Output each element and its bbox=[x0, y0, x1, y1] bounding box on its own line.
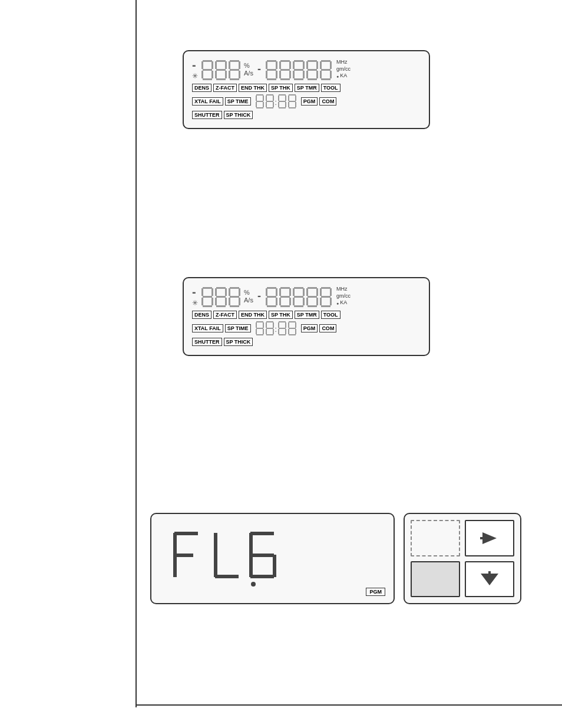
svg-rect-41 bbox=[294, 78, 303, 80]
label-row1-2: DENS Z-FACT END THK SP THK SP TMR TOOL bbox=[192, 311, 421, 319]
dens-btn-1[interactable]: DENS bbox=[192, 84, 211, 92]
digit-r2-5 bbox=[319, 286, 332, 307]
btn-top-right[interactable] bbox=[465, 520, 514, 556]
svg-rect-87 bbox=[203, 296, 212, 298]
star-prefix-2: ✳ bbox=[192, 299, 198, 307]
svg-rect-66 bbox=[266, 101, 273, 102]
zfact-btn-2[interactable]: Z-FACT bbox=[213, 311, 237, 319]
svg-rect-67 bbox=[266, 102, 267, 107]
shutter-btn-2[interactable]: SHUTTER bbox=[192, 338, 222, 346]
xtalfail-btn-1[interactable]: XTAL FAIL bbox=[192, 97, 223, 106]
svg-rect-104 bbox=[230, 305, 239, 307]
svg-rect-27 bbox=[267, 78, 276, 80]
svg-rect-105 bbox=[267, 287, 276, 289]
zfact-btn-1[interactable]: Z-FACT bbox=[213, 84, 237, 92]
fl6-char-f bbox=[171, 530, 210, 583]
spthick-btn-1[interactable]: SP THICK bbox=[224, 111, 253, 119]
svg-rect-113 bbox=[279, 288, 281, 296]
mini-digit-2-1 bbox=[255, 321, 265, 336]
svg-rect-149 bbox=[273, 322, 274, 328]
mini-digit-2-2 bbox=[265, 321, 275, 336]
svg-rect-111 bbox=[267, 305, 276, 307]
btn-top-left[interactable] bbox=[411, 520, 460, 556]
svg-rect-74 bbox=[278, 102, 279, 107]
svg-rect-150 bbox=[266, 328, 273, 329]
xtalfail-btn-2[interactable]: XTAL FAIL bbox=[192, 324, 223, 332]
svg-rect-61 bbox=[263, 102, 264, 107]
fl6-char-l bbox=[212, 530, 244, 583]
com-btn-2[interactable]: COM bbox=[319, 324, 336, 332]
btn-bottom-right[interactable] bbox=[465, 561, 514, 598]
svg-rect-95 bbox=[215, 298, 217, 305]
svg-rect-55 bbox=[321, 78, 330, 80]
svg-rect-63 bbox=[266, 94, 273, 95]
svg-rect-167 bbox=[289, 334, 296, 335]
star-prefix-1: ✳ bbox=[192, 72, 198, 80]
endthk-btn-2[interactable]: END THK bbox=[239, 311, 267, 319]
svg-rect-175 bbox=[250, 532, 274, 535]
svg-rect-71 bbox=[278, 95, 279, 101]
svg-rect-165 bbox=[288, 329, 289, 334]
spthick-btn-2[interactable]: SP THICK bbox=[224, 338, 253, 346]
svg-rect-19 bbox=[239, 71, 240, 78]
svg-rect-29 bbox=[279, 61, 281, 69]
right-digits-2 bbox=[265, 286, 332, 307]
pgm-btn-2[interactable]: PGM bbox=[301, 324, 318, 332]
svg-rect-183 bbox=[480, 537, 485, 539]
svg-rect-169 bbox=[173, 533, 177, 555]
dens-btn-2[interactable]: DENS bbox=[192, 311, 211, 319]
svg-rect-110 bbox=[276, 298, 277, 305]
svg-rect-77 bbox=[289, 94, 296, 95]
svg-rect-48 bbox=[308, 78, 317, 80]
svg-rect-15 bbox=[229, 61, 230, 69]
svg-rect-0 bbox=[203, 60, 212, 62]
svg-rect-123 bbox=[293, 298, 295, 305]
svg-rect-89 bbox=[211, 298, 213, 305]
svg-rect-114 bbox=[289, 288, 291, 296]
spthk-btn-2[interactable]: SP THK bbox=[269, 311, 293, 319]
sptime-btn-1[interactable]: SP TIME bbox=[225, 97, 251, 106]
svg-rect-168 bbox=[174, 532, 198, 535]
mini-digits-1: : bbox=[255, 94, 297, 109]
pgm-badge-panel3[interactable]: PGM bbox=[366, 588, 385, 596]
svg-rect-88 bbox=[201, 298, 203, 305]
svg-rect-145 bbox=[263, 329, 264, 334]
sptmr-btn-2[interactable]: SP TMR bbox=[295, 311, 319, 319]
dash2-1: - bbox=[257, 63, 261, 75]
digit-2-3 bbox=[228, 286, 241, 307]
digit-r1-1 bbox=[265, 59, 278, 80]
svg-rect-98 bbox=[230, 287, 239, 289]
svg-rect-21 bbox=[267, 60, 276, 62]
shutter-btn-1[interactable]: SHUTTER bbox=[192, 111, 222, 119]
com-btn-1[interactable]: COM bbox=[319, 97, 336, 106]
svg-rect-154 bbox=[279, 321, 286, 322]
svg-rect-11 bbox=[215, 71, 217, 78]
tool-btn-1[interactable]: TOOL bbox=[321, 84, 340, 92]
svg-rect-158 bbox=[278, 329, 279, 334]
svg-rect-146 bbox=[256, 334, 263, 335]
btn-bottom-left[interactable] bbox=[411, 561, 460, 598]
sptmr-btn-1[interactable]: SP TMR bbox=[295, 84, 319, 92]
svg-rect-1 bbox=[201, 61, 203, 69]
pgm-btn-1[interactable]: PGM bbox=[301, 97, 318, 106]
svg-rect-97 bbox=[216, 305, 226, 307]
svg-rect-171 bbox=[173, 555, 177, 577]
svg-rect-163 bbox=[295, 322, 296, 328]
svg-rect-69 bbox=[266, 107, 273, 108]
mini-colon-1: : bbox=[275, 98, 277, 107]
svg-rect-85 bbox=[201, 288, 203, 296]
endthk-btn-1[interactable]: END THK bbox=[239, 84, 267, 92]
svg-rect-106 bbox=[266, 288, 267, 296]
tool-btn-2[interactable]: TOOL bbox=[321, 311, 340, 319]
svg-rect-16 bbox=[239, 61, 240, 69]
units-label-1: MHz gm/cc ● KA bbox=[336, 59, 351, 80]
svg-rect-25 bbox=[266, 71, 267, 78]
dash-prefix-2: - bbox=[192, 285, 197, 299]
svg-rect-73 bbox=[279, 101, 286, 102]
spthk-btn-1[interactable]: SP THK bbox=[269, 84, 293, 92]
svg-rect-127 bbox=[306, 288, 308, 296]
svg-rect-185 bbox=[488, 571, 491, 576]
digit-r2-4 bbox=[306, 286, 319, 307]
sptime-btn-2[interactable]: SP TIME bbox=[225, 324, 251, 332]
svg-rect-28 bbox=[280, 60, 290, 62]
